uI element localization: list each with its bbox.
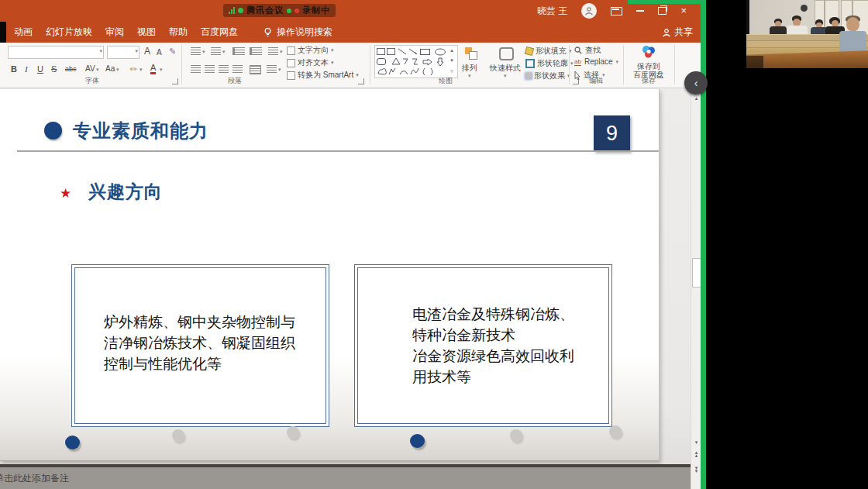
character-spacing-button[interactable]: AV: [85, 64, 95, 74]
person-icon: [662, 28, 671, 37]
font-color-button[interactable]: A: [150, 63, 156, 74]
notes-pane[interactable]: 单击此处添加备注: [0, 467, 691, 489]
restore-window-button[interactable]: [658, 7, 666, 15]
capture-artifact: [0, 22, 6, 43]
font-dialog-launcher-icon[interactable]: [172, 78, 178, 84]
replace-button[interactable]: Replace: [584, 57, 613, 66]
shapes-row-3-icons: [377, 67, 448, 76]
drawing-group-label: 绘图: [372, 76, 519, 86]
box1-line3: 控制与性能优化等: [104, 353, 295, 374]
numbering-button[interactable]: [211, 47, 221, 55]
tab-review[interactable]: 审阅: [105, 26, 124, 39]
line-spacing-button[interactable]: [268, 47, 278, 55]
increase-indent-button[interactable]: [250, 47, 262, 55]
justify-button[interactable]: [232, 65, 243, 73]
align-center-button[interactable]: [205, 65, 215, 73]
meeting-app-name: 腾讯会议: [246, 5, 284, 16]
screenshot-stage: 腾讯会议 录制中 晓芸 王 × 动画 幻灯片放映 审阅: [0, 0, 868, 489]
group-separator: [569, 45, 570, 84]
account-avatar[interactable]: [581, 3, 597, 19]
slide-subtitle[interactable]: 兴趣方向: [88, 180, 163, 204]
meeting-recording-overlay[interactable]: 腾讯会议 录制中: [223, 4, 336, 17]
shield-icon: [287, 9, 291, 13]
slide-title[interactable]: 专业素质和能力: [73, 119, 208, 143]
group-separator: [370, 45, 370, 84]
tell-me-search[interactable]: 操作说明搜索: [264, 26, 332, 39]
columns-button[interactable]: [250, 65, 261, 74]
title-underline: [17, 150, 659, 152]
shadow-button[interactable]: S: [51, 64, 57, 74]
interest-box-1[interactable]: 炉外精炼、钢中夹杂物控制与 洁净钢冶炼技术、钢凝固组织 控制与性能优化等: [71, 264, 329, 427]
share-label: 共享: [674, 26, 693, 39]
page-number-box[interactable]: 9: [594, 115, 630, 152]
quick-styles-button[interactable]: 快速样式: [490, 63, 521, 74]
ribbon-tab-bar: 动画 幻灯片放映 审阅 视图 帮助 百度网盘 操作说明搜索 共享: [0, 22, 701, 43]
decoration-dot-filled: [65, 436, 80, 449]
interest-box-2[interactable]: 电渣冶金及特殊钢冶炼、 特种冶金新技术 冶金资源绿色高效回收利 用技术等: [354, 264, 612, 427]
minimize-button[interactable]: [636, 10, 644, 12]
text-direction-icon: [287, 46, 295, 55]
recording-status: 录制中: [302, 5, 330, 16]
search-icon: [574, 46, 582, 54]
save-group-label: 保存: [625, 76, 673, 86]
text-direction-button[interactable]: 文字方向: [298, 45, 329, 56]
bulb-icon: [264, 27, 272, 38]
decrease-indent-button[interactable]: [232, 47, 245, 55]
shapes-scroll-up-icon[interactable]: ▴: [448, 46, 456, 54]
italic-button[interactable]: I: [25, 64, 28, 74]
shapes-more-icon[interactable]: ▿: [448, 67, 456, 75]
grow-font-button[interactable]: A: [144, 46, 150, 57]
tab-animations[interactable]: 动画: [14, 26, 33, 39]
ribbon-display-options-button[interactable]: [611, 7, 622, 15]
group-separator: [181, 45, 182, 84]
bullets-button[interactable]: [191, 47, 201, 55]
box2-line1: 电渣冶金及特殊钢冶炼、: [412, 304, 574, 325]
share-button[interactable]: 共享: [662, 22, 693, 43]
star-bullet-icon: ★: [60, 185, 71, 201]
align-text-button[interactable]: 对齐文本: [298, 57, 329, 68]
document-area: 专业素质和能力 9 ★ 兴趣方向 炉外精炼、钢中夹杂物控制与 洁净钢冶炼技术、钢…: [0, 88, 701, 489]
tab-help[interactable]: 帮助: [169, 26, 188, 39]
network-signal-icon: [229, 7, 235, 14]
smartart-icon: [287, 71, 295, 80]
notes-placeholder: 单击此处添加备注: [0, 472, 69, 485]
shapes-row-1-icons: [377, 47, 448, 56]
shape-outline-button[interactable]: 形状轮廓: [537, 58, 568, 69]
baidu-netdisk-icon: [641, 45, 656, 59]
strikethrough-button[interactable]: abc: [65, 64, 77, 74]
tab-slideshow[interactable]: 幻灯片放映: [46, 26, 92, 39]
shapes-gallery[interactable]: ▴ ▾ ▿: [374, 45, 458, 78]
underline-button[interactable]: U: [37, 64, 43, 74]
shrink-font-button[interactable]: A: [157, 47, 162, 58]
shape-effects-icon: [525, 73, 532, 79]
paragraph-dialog-launcher-icon[interactable]: [358, 78, 364, 84]
align-right-button[interactable]: [219, 65, 229, 73]
decoration-dot-ghost: [609, 425, 622, 438]
drawing-group: ▴ ▾ ▿ 排列 ▾ 快速样式 ▾ 形状填充▾ 形状轮廓▾: [372, 43, 568, 88]
clear-formatting-button[interactable]: ✎: [169, 46, 176, 57]
decoration-dot-filled: [410, 434, 425, 448]
account-user-name[interactable]: 晓芸 王: [537, 5, 567, 18]
font-size-combobox[interactable]: ▾: [107, 46, 140, 59]
highlight-pen-button[interactable]: ✏: [130, 64, 137, 74]
align-left-button[interactable]: [191, 65, 201, 73]
shapes-scroll-down-icon[interactable]: ▾: [448, 57, 456, 64]
change-case-button[interactable]: Aa: [105, 64, 115, 74]
vertical-scrollbar[interactable]: ▴ ▾ ▴▴ ▾▾: [691, 88, 701, 489]
font-name-combobox[interactable]: ▾: [8, 46, 104, 59]
quick-styles-icon: [499, 47, 514, 60]
bold-button[interactable]: B: [11, 64, 17, 74]
shape-effects-button[interactable]: 形状效果: [534, 71, 565, 81]
shape-fill-button[interactable]: 形状填充: [536, 46, 567, 57]
convert-to-smartart-button[interactable]: 转换为 SmartArt: [298, 70, 353, 81]
screenshare-border-top: [628, 0, 706, 4]
find-button[interactable]: 查找: [585, 45, 601, 56]
table-layout-button[interactable]: [267, 65, 277, 73]
slide-canvas[interactable]: 专业素质和能力 9 ★ 兴趣方向 炉外精炼、钢中夹杂物控制与 洁净钢冶炼技术、钢…: [0, 89, 660, 461]
tab-baidu-netdisk[interactable]: 百度网盘: [201, 26, 238, 39]
meeting-panel-toggle-button[interactable]: ‹: [684, 71, 708, 95]
tab-view[interactable]: 视图: [137, 26, 156, 39]
font-group-label: 字体: [5, 76, 180, 86]
webcam-feed[interactable]: [746, 0, 868, 68]
arrange-button[interactable]: 排列: [462, 63, 477, 74]
